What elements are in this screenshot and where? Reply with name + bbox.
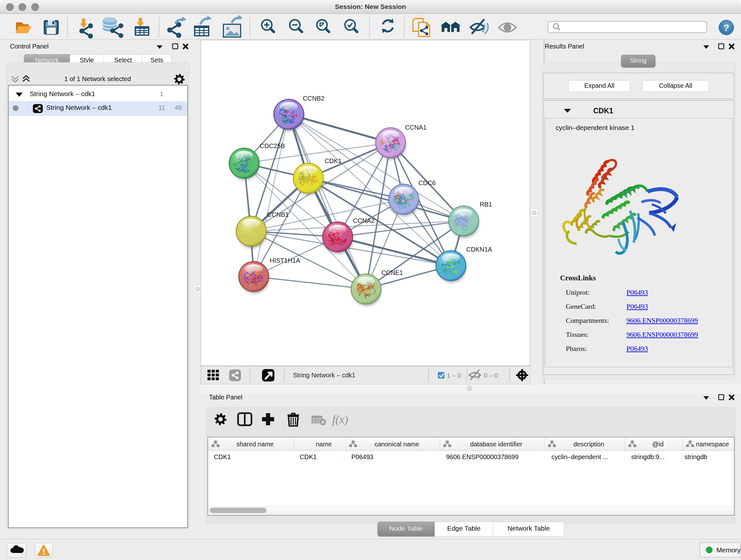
svg-text:HIST1H1A: HIST1H1A <box>270 257 300 264</box>
svg-text:CDK1: CDK1 <box>325 158 341 165</box>
svg-text:CDKN1A: CDKN1A <box>466 246 492 253</box>
svg-text:CDC6: CDC6 <box>418 179 435 186</box>
svg-text:RB1: RB1 <box>480 201 492 208</box>
svg-text:CDC25B: CDC25B <box>260 142 285 149</box>
svg-text:CCNA2: CCNA2 <box>353 217 375 224</box>
svg-text:CCNB2: CCNB2 <box>303 95 325 102</box>
svg-text:CCNE1: CCNE1 <box>381 269 403 276</box>
svg-text:CCNA1: CCNA1 <box>405 124 427 131</box>
svg-text:f(x): f(x) <box>332 413 348 426</box>
svg-text:CCNB1: CCNB1 <box>267 211 289 218</box>
